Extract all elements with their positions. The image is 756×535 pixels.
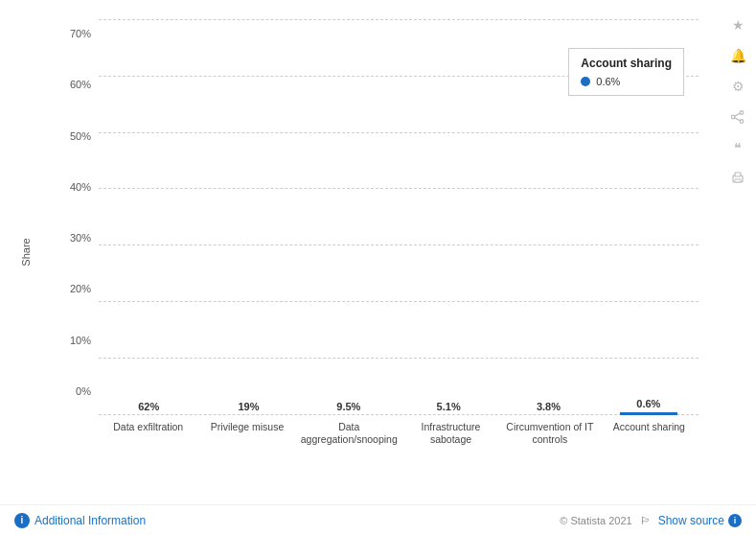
bar-value-3: 5.1% (437, 401, 461, 412)
x-label-5: Account sharing (600, 421, 699, 447)
bar-value-5: 0.6% (636, 398, 660, 409)
bar-data-aggregation: 9.5% (299, 401, 399, 415)
bar-privilege-misuse: 19% (198, 401, 298, 415)
y-axis: 0% 10% 20% 30% 40% 50% 60% 70% (57, 29, 91, 399)
legend-item: 0.6% (581, 76, 672, 87)
bar-value-2: 9.5% (336, 401, 360, 412)
source-info-icon[interactable]: i (728, 514, 742, 527)
svg-point-2 (731, 115, 735, 119)
additional-information-link[interactable]: Additional Information (34, 514, 146, 527)
x-label-4: Circumvention of IT controls (500, 421, 599, 447)
y-tick-40: 40% (57, 182, 91, 193)
bar-account-sharing: 0.6% (599, 398, 699, 415)
y-tick-70: 70% (57, 29, 91, 39)
share-icon[interactable] (727, 106, 748, 128)
bar-data-exfiltration: 62% (99, 401, 198, 415)
bar-infrastructure: 5.1% (399, 401, 498, 415)
chart-container: ★ 🔔 ⚙ ❝ Share (0, 0, 756, 535)
legend-title: Account sharing (581, 57, 672, 70)
svg-line-3 (735, 113, 741, 116)
bar-circumvention: 3.8% (498, 401, 598, 415)
y-tick-60: 60% (57, 80, 91, 90)
show-source-label: Show source (658, 514, 724, 527)
bar-value-4: 3.8% (537, 401, 561, 412)
y-tick-0: 0% (57, 386, 91, 397)
bar-5 (620, 412, 677, 415)
y-tick-50: 50% (57, 131, 91, 142)
x-labels: Data exfiltration Privilege misuse Data … (99, 421, 699, 447)
footer-left: i Additional Information (14, 513, 146, 528)
legend-dot (581, 77, 590, 86)
print-icon[interactable] (727, 168, 748, 189)
footer-right: © Statista 2021 🏳 Show source i (560, 514, 742, 527)
x-label-1: Privilege misuse (197, 421, 296, 447)
info-icon[interactable]: i (14, 513, 30, 528)
chart-area: ★ 🔔 ⚙ ❝ Share (0, 0, 756, 504)
bell-icon[interactable]: 🔔 (727, 45, 748, 66)
star-icon[interactable]: ★ (727, 14, 748, 35)
y-tick-20: 20% (57, 284, 91, 294)
y-axis-label: Share (20, 238, 32, 266)
quote-icon[interactable]: ❝ (727, 137, 748, 158)
svg-point-0 (740, 111, 744, 115)
svg-point-1 (740, 120, 744, 124)
footer: i Additional Information © Statista 2021… (0, 504, 756, 535)
bar-value-1: 19% (238, 401, 259, 412)
statista-credit: © Statista 2021 (560, 515, 631, 526)
legend-value: 0.6% (596, 76, 620, 87)
bar-value-0: 62% (138, 401, 159, 412)
svg-rect-7 (735, 179, 741, 182)
x-label-0: Data exfiltration (99, 421, 197, 447)
sidebar-icons: ★ 🔔 ⚙ ❝ (727, 14, 748, 189)
svg-line-4 (735, 118, 741, 121)
show-source-link[interactable]: Show source i (658, 514, 742, 527)
y-tick-30: 30% (57, 233, 91, 244)
gear-icon[interactable]: ⚙ (727, 76, 748, 97)
legend-box: Account sharing 0.6% (568, 48, 684, 96)
svg-rect-6 (735, 173, 741, 176)
y-tick-10: 10% (57, 336, 91, 346)
x-label-2: Data aggregation/snooping (297, 421, 401, 447)
x-label-3: Infrastructure sabotage (401, 421, 500, 447)
